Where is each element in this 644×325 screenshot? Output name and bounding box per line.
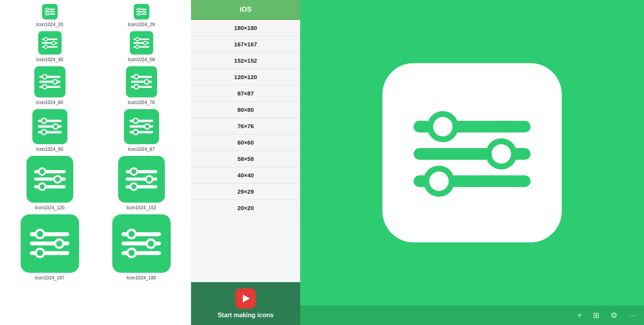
- icon-label: Icon1024_20: [36, 22, 63, 27]
- svg-point-32: [144, 42, 146, 44]
- size-list-item[interactable]: 180×180: [191, 20, 300, 36]
- svg-point-92: [37, 231, 43, 237]
- icon-item[interactable]: Icon1024_60: [8, 66, 92, 105]
- middle-panel: iOS 180×180167×167152×152120×12087×8780×…: [191, 0, 300, 325]
- icon-item[interactable]: Icon1024_29: [99, 4, 183, 27]
- svg-point-17: [138, 13, 140, 15]
- svg-point-104: [148, 240, 154, 247]
- svg-point-107: [129, 250, 135, 256]
- svg-point-38: [43, 75, 46, 78]
- svg-point-113: [492, 144, 511, 164]
- add-icon[interactable]: +: [577, 311, 582, 320]
- svg-point-20: [44, 38, 47, 40]
- svg-point-35: [136, 45, 138, 48]
- preview-area: [300, 0, 644, 306]
- icon-label: Icon1024_180: [126, 275, 156, 281]
- icon-item[interactable]: Icon1024_120: [8, 156, 92, 210]
- size-list-item[interactable]: 58×58: [191, 151, 300, 167]
- icon-thumbnail: [38, 31, 62, 55]
- icon-thumbnail: [134, 4, 149, 19]
- size-list-item[interactable]: 29×29: [191, 184, 300, 200]
- svg-point-53: [134, 85, 138, 88]
- svg-point-71: [134, 130, 137, 134]
- icon-label: Icon1024_87: [128, 147, 155, 152]
- settings-icon[interactable]: ⚙: [610, 311, 617, 320]
- icon-item[interactable]: Icon1024_58: [99, 31, 183, 62]
- icon-item[interactable]: Icon1024_20: [8, 4, 92, 27]
- icon-item[interactable]: Icon1024_180: [99, 214, 183, 281]
- svg-point-29: [136, 38, 138, 40]
- svg-point-74: [39, 169, 44, 174]
- svg-point-89: [131, 184, 136, 189]
- icon-thumbnail: [126, 66, 157, 97]
- icon-label: Icon1024_29: [128, 22, 155, 27]
- size-list-item[interactable]: 40×40: [191, 167, 300, 184]
- icon-label: Icon1024_167: [35, 275, 64, 281]
- svg-point-80: [39, 184, 44, 189]
- left-panel: Icon1024_20Icon1024_29Icon1024_40Icon102…: [0, 0, 191, 325]
- svg-point-77: [55, 177, 60, 182]
- size-list-item[interactable]: 20×20: [191, 200, 300, 216]
- svg-point-47: [134, 75, 138, 78]
- icon-label: Icon1024_60: [36, 100, 63, 105]
- size-list-item[interactable]: 87×87: [191, 85, 300, 102]
- icon-label: Icon1024_40: [36, 57, 63, 62]
- icon-thumbnail: [124, 109, 159, 144]
- icon-label: Icon1024_76: [128, 100, 155, 105]
- svg-point-26: [44, 45, 47, 48]
- svg-point-59: [54, 125, 57, 128]
- icon-thumbnail: [130, 31, 153, 55]
- size-list-item[interactable]: 167×167: [191, 36, 300, 53]
- svg-point-116: [429, 171, 449, 191]
- icon-label: Icon1024_80: [36, 147, 63, 152]
- icon-item[interactable]: Icon1024_40: [8, 31, 92, 62]
- svg-point-62: [42, 130, 46, 134]
- svg-point-56: [42, 119, 46, 122]
- icon-thumbnail: [27, 156, 73, 203]
- svg-point-44: [43, 85, 46, 88]
- svg-point-14: [143, 11, 145, 12]
- more-icon[interactable]: ⋯: [628, 311, 636, 320]
- icon-thumbnail: [118, 156, 165, 203]
- svg-point-11: [138, 8, 140, 10]
- svg-point-8: [46, 13, 48, 15]
- svg-point-98: [37, 250, 43, 256]
- icon-thumbnail: [32, 109, 67, 144]
- size-list-item[interactable]: 152×152: [191, 53, 300, 69]
- icon-item[interactable]: Icon1024_152: [99, 156, 183, 210]
- svg-point-65: [134, 119, 137, 122]
- play-button[interactable]: [235, 288, 256, 309]
- icon-thumbnail: [21, 214, 79, 273]
- svg-point-23: [52, 42, 55, 44]
- preview-icon-svg: [406, 87, 538, 219]
- icon-item[interactable]: Icon1024_80: [8, 109, 92, 152]
- size-list-item[interactable]: 60×60: [191, 134, 300, 151]
- svg-point-2: [46, 8, 48, 10]
- icon-thumbnail: [34, 66, 65, 97]
- right-panel: + ⊞ ⚙ ⋯: [300, 0, 644, 325]
- icon-item[interactable]: Icon1024_87: [99, 109, 183, 152]
- icon-label: Icon1024_58: [128, 57, 155, 62]
- start-label: Start making icons: [218, 312, 273, 319]
- svg-point-41: [53, 80, 57, 83]
- icon-thumbnail: [42, 4, 58, 19]
- icon-item[interactable]: Icon1024_76: [99, 66, 183, 105]
- svg-point-110: [433, 117, 453, 136]
- size-list: 180×180167×167152×152120×12087×8780×8076…: [191, 20, 300, 282]
- svg-point-83: [131, 169, 136, 174]
- icon-item[interactable]: Icon1024_167: [8, 214, 92, 281]
- svg-point-95: [56, 240, 62, 247]
- size-list-item[interactable]: 120×120: [191, 69, 300, 85]
- svg-point-101: [129, 231, 135, 237]
- svg-point-68: [145, 125, 149, 128]
- size-list-item[interactable]: 76×76: [191, 118, 300, 134]
- grid-icon[interactable]: ⊞: [593, 311, 600, 320]
- size-list-item[interactable]: 80×80: [191, 102, 300, 118]
- big-icon-preview: [382, 63, 562, 242]
- svg-point-50: [145, 80, 148, 83]
- icon-thumbnail: [112, 214, 171, 273]
- svg-point-86: [147, 177, 152, 182]
- icon-label: Icon1024_152: [126, 205, 156, 210]
- start-button-area: Start making icons: [191, 282, 300, 325]
- ios-tab[interactable]: iOS: [191, 0, 300, 20]
